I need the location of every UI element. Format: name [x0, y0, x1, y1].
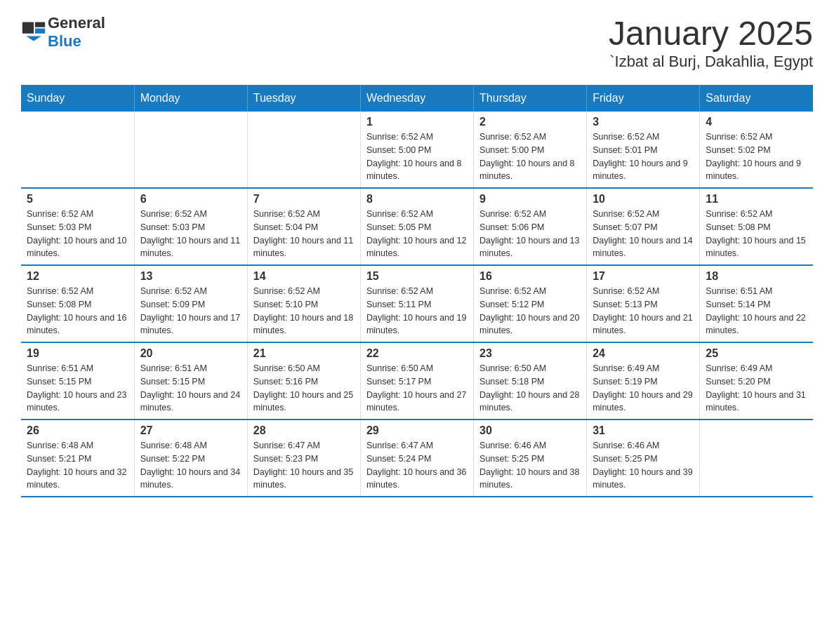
- day-cell: 11Sunrise: 6:52 AM Sunset: 5:08 PM Dayli…: [700, 188, 813, 265]
- day-number: 25: [706, 347, 807, 360]
- day-cell: 4Sunrise: 6:52 AM Sunset: 5:02 PM Daylig…: [700, 112, 813, 188]
- day-info: Sunrise: 6:50 AM Sunset: 5:17 PM Dayligh…: [366, 362, 468, 415]
- week-row-2: 5Sunrise: 6:52 AM Sunset: 5:03 PM Daylig…: [21, 188, 813, 265]
- logo: General Blue: [21, 14, 105, 51]
- week-row-4: 19Sunrise: 6:51 AM Sunset: 5:15 PM Dayli…: [21, 342, 813, 420]
- day-cell: 2Sunrise: 6:52 AM Sunset: 5:00 PM Daylig…: [474, 112, 587, 188]
- day-cell: 1Sunrise: 6:52 AM Sunset: 5:00 PM Daylig…: [360, 112, 473, 188]
- day-cell: 13Sunrise: 6:52 AM Sunset: 5:09 PM Dayli…: [134, 265, 247, 342]
- day-info: Sunrise: 6:52 AM Sunset: 5:13 PM Dayligh…: [593, 285, 694, 337]
- day-number: 13: [140, 270, 241, 283]
- header-cell-saturday: Saturday: [700, 85, 813, 112]
- day-info: Sunrise: 6:52 AM Sunset: 5:05 PM Dayligh…: [366, 208, 468, 260]
- day-cell: 6Sunrise: 6:52 AM Sunset: 5:03 PM Daylig…: [134, 188, 247, 265]
- logo-blue: Blue: [48, 32, 81, 50]
- calendar-title: January 2025: [609, 14, 813, 53]
- day-number: 2: [479, 116, 581, 128]
- calendar-header: SundayMondayTuesdayWednesdayThursdayFrid…: [21, 85, 813, 112]
- day-number: 21: [253, 347, 355, 360]
- day-info: Sunrise: 6:52 AM Sunset: 5:12 PM Dayligh…: [479, 285, 581, 337]
- day-info: Sunrise: 6:52 AM Sunset: 5:03 PM Dayligh…: [140, 208, 241, 260]
- day-cell: [247, 112, 360, 188]
- day-info: Sunrise: 6:52 AM Sunset: 5:00 PM Dayligh…: [366, 130, 468, 183]
- day-info: Sunrise: 6:52 AM Sunset: 5:02 PM Dayligh…: [706, 130, 807, 183]
- day-cell: 3Sunrise: 6:52 AM Sunset: 5:01 PM Daylig…: [587, 112, 700, 188]
- day-cell: 9Sunrise: 6:52 AM Sunset: 5:06 PM Daylig…: [474, 188, 587, 265]
- day-number: 24: [593, 347, 694, 360]
- page-header: General Blue January 2025 `Izbat al Burj…: [21, 14, 813, 71]
- day-cell: 16Sunrise: 6:52 AM Sunset: 5:12 PM Dayli…: [474, 265, 587, 342]
- day-number: 10: [593, 193, 694, 206]
- day-cell: 7Sunrise: 6:52 AM Sunset: 5:04 PM Daylig…: [247, 188, 360, 265]
- day-cell: 25Sunrise: 6:49 AM Sunset: 5:20 PM Dayli…: [700, 342, 813, 420]
- day-number: 28: [253, 424, 355, 437]
- day-cell: 19Sunrise: 6:51 AM Sunset: 5:15 PM Dayli…: [21, 342, 134, 420]
- day-info: Sunrise: 6:48 AM Sunset: 5:22 PM Dayligh…: [140, 439, 241, 492]
- day-cell: 26Sunrise: 6:48 AM Sunset: 5:21 PM Dayli…: [21, 420, 134, 497]
- week-row-3: 12Sunrise: 6:52 AM Sunset: 5:08 PM Dayli…: [21, 265, 813, 342]
- day-number: 18: [706, 270, 807, 283]
- day-number: 20: [140, 347, 241, 360]
- day-number: 4: [706, 116, 807, 128]
- day-cell: 17Sunrise: 6:52 AM Sunset: 5:13 PM Dayli…: [587, 265, 700, 342]
- logo-icon: [21, 20, 46, 45]
- calendar-body: 1Sunrise: 6:52 AM Sunset: 5:00 PM Daylig…: [21, 112, 813, 497]
- day-cell: 30Sunrise: 6:46 AM Sunset: 5:25 PM Dayli…: [474, 420, 587, 497]
- day-number: 30: [479, 424, 581, 437]
- header-cell-thursday: Thursday: [474, 85, 587, 112]
- day-info: Sunrise: 6:52 AM Sunset: 5:00 PM Dayligh…: [479, 130, 581, 183]
- day-number: 11: [706, 193, 807, 206]
- day-cell: 10Sunrise: 6:52 AM Sunset: 5:07 PM Dayli…: [587, 188, 700, 265]
- day-number: 27: [140, 424, 241, 437]
- day-info: Sunrise: 6:50 AM Sunset: 5:16 PM Dayligh…: [253, 362, 355, 415]
- day-number: 14: [253, 270, 355, 283]
- day-number: 19: [27, 347, 128, 360]
- week-row-5: 26Sunrise: 6:48 AM Sunset: 5:21 PM Dayli…: [21, 420, 813, 497]
- svg-rect-1: [35, 22, 45, 27]
- day-info: Sunrise: 6:52 AM Sunset: 5:06 PM Dayligh…: [479, 208, 581, 260]
- day-info: Sunrise: 6:52 AM Sunset: 5:10 PM Dayligh…: [253, 285, 355, 337]
- day-info: Sunrise: 6:47 AM Sunset: 5:23 PM Dayligh…: [253, 439, 355, 492]
- day-info: Sunrise: 6:52 AM Sunset: 5:11 PM Dayligh…: [366, 285, 468, 337]
- day-cell: 31Sunrise: 6:46 AM Sunset: 5:25 PM Dayli…: [587, 420, 700, 497]
- day-cell: 18Sunrise: 6:51 AM Sunset: 5:14 PM Dayli…: [700, 265, 813, 342]
- svg-marker-3: [26, 36, 41, 41]
- day-cell: 5Sunrise: 6:52 AM Sunset: 5:03 PM Daylig…: [21, 188, 134, 265]
- day-cell: 27Sunrise: 6:48 AM Sunset: 5:22 PM Dayli…: [134, 420, 247, 497]
- day-info: Sunrise: 6:48 AM Sunset: 5:21 PM Dayligh…: [27, 439, 128, 492]
- day-number: 26: [27, 424, 128, 437]
- day-cell: 21Sunrise: 6:50 AM Sunset: 5:16 PM Dayli…: [247, 342, 360, 420]
- calendar-subtitle: `Izbat al Burj, Dakahlia, Egypt: [609, 53, 813, 71]
- day-number: 16: [479, 270, 581, 283]
- header-cell-tuesday: Tuesday: [247, 85, 360, 112]
- svg-rect-2: [35, 29, 45, 34]
- day-number: 7: [253, 193, 355, 206]
- day-info: Sunrise: 6:52 AM Sunset: 5:03 PM Dayligh…: [27, 208, 128, 260]
- header-cell-wednesday: Wednesday: [360, 85, 473, 112]
- day-number: 5: [27, 193, 128, 206]
- title-block: January 2025 `Izbat al Burj, Dakahlia, E…: [609, 14, 813, 71]
- day-info: Sunrise: 6:52 AM Sunset: 5:09 PM Dayligh…: [140, 285, 241, 337]
- day-cell: 15Sunrise: 6:52 AM Sunset: 5:11 PM Dayli…: [360, 265, 473, 342]
- logo-general: General: [48, 14, 105, 32]
- day-info: Sunrise: 6:51 AM Sunset: 5:15 PM Dayligh…: [140, 362, 241, 415]
- day-cell: 23Sunrise: 6:50 AM Sunset: 5:18 PM Dayli…: [474, 342, 587, 420]
- day-cell: 14Sunrise: 6:52 AM Sunset: 5:10 PM Dayli…: [247, 265, 360, 342]
- day-number: 1: [366, 116, 468, 128]
- day-info: Sunrise: 6:51 AM Sunset: 5:14 PM Dayligh…: [706, 285, 807, 337]
- day-number: 12: [27, 270, 128, 283]
- day-info: Sunrise: 6:52 AM Sunset: 5:04 PM Dayligh…: [253, 208, 355, 260]
- day-number: 15: [366, 270, 468, 283]
- day-info: Sunrise: 6:52 AM Sunset: 5:08 PM Dayligh…: [27, 285, 128, 337]
- day-info: Sunrise: 6:50 AM Sunset: 5:18 PM Dayligh…: [479, 362, 581, 415]
- day-number: 8: [366, 193, 468, 206]
- day-number: 29: [366, 424, 468, 437]
- day-number: 22: [366, 347, 468, 360]
- header-cell-sunday: Sunday: [21, 85, 134, 112]
- day-info: Sunrise: 6:49 AM Sunset: 5:19 PM Dayligh…: [593, 362, 694, 415]
- day-info: Sunrise: 6:52 AM Sunset: 5:07 PM Dayligh…: [593, 208, 694, 260]
- day-cell: [21, 112, 134, 188]
- day-cell: 20Sunrise: 6:51 AM Sunset: 5:15 PM Dayli…: [134, 342, 247, 420]
- day-number: 31: [593, 424, 694, 437]
- day-number: 3: [593, 116, 694, 128]
